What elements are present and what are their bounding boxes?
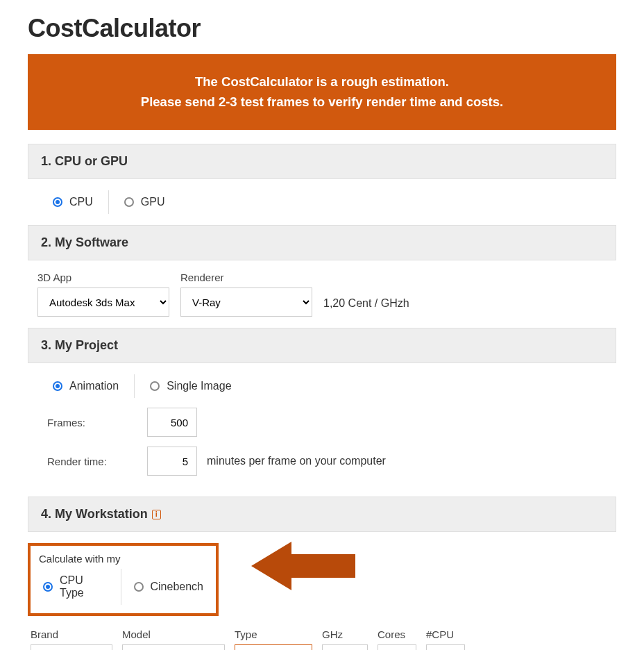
radio-single[interactable]: Single Image [135,374,246,398]
brand-label: Brand [31,628,112,640]
info-icon[interactable]: i [152,510,161,519]
section-header-cpu-gpu: 1. CPU or GPU [28,144,616,179]
cores-label: Cores [378,628,416,640]
radio-cpu[interactable]: CPU [37,190,109,214]
radio-cinebench-label: Cinebench [151,581,204,593]
section-body-cpu-gpu: CPU GPU [28,179,616,225]
banner-line-1: The CostCalculator is a rough estimation… [42,72,602,92]
renderer-label: Renderer [180,272,312,283]
brand-select[interactable]: Intel [31,644,112,650]
calc-highlight-box: Calculate with my CPU Type Cinebench [28,543,219,616]
render-time-label: Render time: [47,456,137,467]
radio-cinebench-input[interactable] [134,582,144,592]
radio-gpu[interactable]: GPU [109,190,180,214]
frames-input[interactable] [147,408,197,437]
section-body-project: Animation Single Image Frames: Render ti… [28,363,616,497]
section-body-software: 3D App Autodesk 3ds Max Renderer V-Ray 1… [28,260,616,328]
type-select[interactable]: 8750H [235,644,312,650]
model-select[interactable]: Core i7 [122,644,225,650]
section-header-project: 3. My Project [28,328,616,363]
ghz-input[interactable] [322,644,368,650]
info-banner: The CostCalculator is a rough estimation… [28,54,616,130]
rate-text: 1,20 Cent / GHzh [323,297,409,317]
page-title: CostCalculator [28,14,616,43]
radio-animation-input[interactable] [53,381,62,391]
model-label: Model [122,628,225,640]
radio-single-label: Single Image [167,380,231,392]
cpucount-label: #CPU [426,628,465,640]
cpucount-select[interactable]: 1 [426,644,465,650]
ghz-label: GHz [322,628,368,640]
radio-cpu-input[interactable] [53,197,62,207]
render-time-suffix: minutes per frame on your computer [207,455,386,467]
type-label: Type [235,628,312,640]
radio-cputype-label: CPU Type [60,574,108,599]
section-workstation-text: 4. My Workstation [41,507,148,522]
radio-single-input[interactable] [150,381,160,391]
banner-line-2: Please send 2-3 test frames to verify re… [42,92,602,112]
cores-select[interactable]: 6 [378,644,416,650]
render-time-input[interactable] [147,447,197,476]
app-label: 3D App [37,272,169,283]
radio-gpu-input[interactable] [124,197,134,207]
calc-with-label: Calculate with my [31,553,216,569]
radio-gpu-label: GPU [141,196,165,208]
section-header-software: 2. My Software [28,225,616,260]
section-header-workstation: 4. My Workstation i [28,497,616,532]
arrow-left-icon [251,539,355,593]
radio-cputype[interactable]: CPU Type [31,569,121,605]
section-body-workstation: Calculate with my CPU Type Cinebench Bra… [28,532,616,650]
radio-animation[interactable]: Animation [37,374,135,398]
renderer-select[interactable]: V-Ray [180,288,312,317]
frames-label: Frames: [47,417,137,428]
radio-animation-label: Animation [69,380,119,392]
app-select[interactable]: Autodesk 3ds Max [37,288,169,317]
radio-cputype-input[interactable] [43,582,53,592]
radio-cinebench[interactable]: Cinebench [121,575,217,599]
radio-cpu-label: CPU [69,196,93,208]
svg-marker-0 [251,542,355,590]
